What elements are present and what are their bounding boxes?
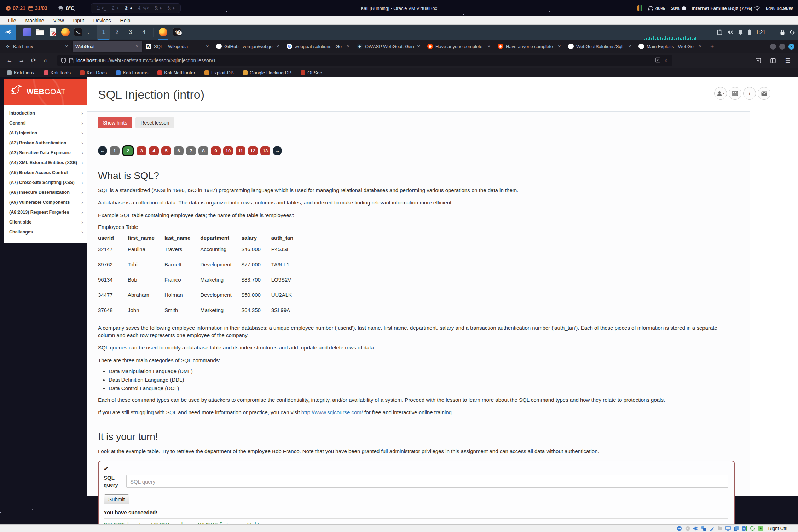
hamburger-menu-icon[interactable]: ☰ bbox=[782, 55, 794, 66]
resize-grip[interactable]: ⋰ bbox=[791, 526, 795, 530]
sidebar-item[interactable]: Client side› bbox=[4, 217, 87, 227]
browser-tab[interactable]: WSQL – Wikipedia✕ bbox=[143, 41, 213, 52]
browser-tab[interactable]: WebGoatSolutions/Sql✕ bbox=[565, 41, 635, 52]
tab-close-icon[interactable]: ✕ bbox=[276, 44, 280, 50]
tab-close-icon[interactable]: ✕ bbox=[628, 44, 632, 50]
browser-tab[interactable]: Gwebgoat solutions - Go✕ bbox=[284, 41, 353, 52]
menu-view[interactable]: View bbox=[48, 18, 68, 23]
clipboard-icon[interactable] bbox=[717, 29, 722, 35]
menu-help[interactable]: Help bbox=[116, 18, 135, 23]
browser-tab[interactable]: ◉Have anyone complete✕ bbox=[495, 41, 565, 52]
tray-wifi[interactable]: Internet Familie Bolz (77%) bbox=[692, 6, 760, 11]
host-workspace[interactable]: 3: ● bbox=[125, 6, 132, 11]
firefox-launcher-icon[interactable] bbox=[61, 28, 70, 36]
about-button[interactable]: i bbox=[743, 87, 756, 100]
page-7[interactable]: 7 bbox=[186, 146, 196, 155]
battery-icon[interactable] bbox=[748, 29, 751, 35]
bookmark-item[interactable]: Kali NetHunter bbox=[157, 70, 195, 75]
bookmark-item[interactable]: Kali Docs bbox=[80, 70, 107, 75]
sidebar-item[interactable]: Challenges› bbox=[4, 227, 87, 237]
host-workspace-switcher[interactable]: 1: >_2: ◗3: ●4: </>5: ●6: ● bbox=[91, 3, 181, 13]
workspace-4[interactable]: 4 bbox=[137, 25, 151, 40]
host-workspace[interactable]: 5: ● bbox=[155, 6, 162, 11]
host-workspace[interactable]: 2: ◗ bbox=[112, 6, 119, 11]
close-button[interactable]: ✕ bbox=[788, 44, 794, 50]
user-menu-button[interactable]: ▾ bbox=[714, 87, 727, 100]
page-8[interactable]: 8 bbox=[198, 146, 208, 155]
workspace-2[interactable]: 2 bbox=[110, 25, 124, 40]
tab-close-icon[interactable]: ✕ bbox=[135, 44, 139, 50]
page-9[interactable]: 9 bbox=[211, 146, 221, 155]
scoreboard-button[interactable] bbox=[729, 87, 741, 100]
sidebar-item[interactable]: General› bbox=[4, 118, 87, 128]
page-2[interactable]: 2 bbox=[123, 146, 133, 155]
tab-close-icon[interactable]: ✕ bbox=[698, 44, 702, 50]
browser-tab[interactable]: ⟡Kali Linux✕ bbox=[2, 41, 72, 52]
sidebar-item[interactable]: Introduction› bbox=[4, 108, 87, 118]
tab-close-icon[interactable]: ✕ bbox=[487, 44, 491, 50]
sidebar-item[interactable]: (A2) Broken Authentication› bbox=[4, 138, 87, 148]
reset-lesson-button[interactable]: Reset lesson bbox=[135, 117, 174, 128]
tracking-protection-shield-icon[interactable] bbox=[61, 58, 66, 63]
reader-mode-icon[interactable] bbox=[655, 57, 660, 63]
menu-input[interactable]: Input bbox=[69, 18, 89, 23]
text-editor-app-icon[interactable] bbox=[48, 28, 57, 36]
page-11[interactable]: 11 bbox=[236, 146, 245, 155]
running-terminal[interactable]: $_ 2 bbox=[170, 25, 184, 40]
url-bar[interactable]: localhost:8080/WebGoat/start.mvc#lesson/… bbox=[57, 55, 672, 66]
browser-tab[interactable]: Main Exploits - WebGo✕ bbox=[636, 41, 705, 52]
bookmark-item[interactable]: Google Hacking DB bbox=[243, 70, 292, 75]
browser-tab[interactable]: ◉Have anyone complete✕ bbox=[424, 41, 494, 52]
menu-machine[interactable]: Machine bbox=[21, 18, 49, 23]
browser-tab[interactable]: ◈OWASP WebGoat: Gen✕ bbox=[354, 41, 424, 52]
terminal-launcher-icon[interactable]: $_ bbox=[74, 28, 82, 36]
bookmark-item[interactable]: Kali Forums bbox=[116, 70, 148, 75]
sql-query-input[interactable] bbox=[126, 475, 728, 488]
back-button[interactable]: ← bbox=[4, 55, 16, 66]
minimize-button[interactable] bbox=[770, 44, 776, 50]
show-hints-button[interactable]: Show hints bbox=[98, 117, 132, 128]
sidebar-item[interactable]: (A8) Insecure Deserialization› bbox=[4, 187, 87, 197]
tab-close-icon[interactable]: ✕ bbox=[416, 44, 421, 50]
prev-page-arrow[interactable]: ← bbox=[98, 146, 107, 155]
tray-app-icon[interactable] bbox=[637, 5, 642, 11]
bookmark-item[interactable]: Exploit-DB bbox=[204, 70, 234, 75]
kali-menu-button[interactable] bbox=[0, 25, 16, 40]
page-4[interactable]: 4 bbox=[149, 146, 159, 155]
page-1[interactable]: 1 bbox=[110, 146, 120, 155]
home-button[interactable]: ⌂ bbox=[40, 55, 52, 66]
files-app-icon[interactable] bbox=[23, 28, 31, 36]
host-workspace[interactable]: 6: ● bbox=[168, 6, 175, 11]
next-page-arrow[interactable]: → bbox=[273, 146, 282, 155]
running-firefox[interactable] bbox=[156, 25, 170, 40]
launcher-expand-chevron-icon[interactable]: ⌄ bbox=[87, 30, 92, 35]
sidebar-item[interactable]: (A3) Sensitive Data Exposure› bbox=[4, 148, 87, 158]
lock-icon[interactable] bbox=[780, 29, 785, 35]
power-icon[interactable] bbox=[790, 29, 795, 35]
tray-brightness[interactable]: 50% bbox=[671, 6, 686, 11]
reload-button[interactable]: ⟳ bbox=[28, 55, 40, 66]
bookmark-item[interactable]: OffSec bbox=[301, 70, 322, 75]
tab-close-icon[interactable]: ✕ bbox=[205, 44, 210, 50]
browser-tab[interactable]: WebGoat✕ bbox=[73, 41, 142, 52]
bookmark-star-icon[interactable]: ☆ bbox=[664, 57, 669, 64]
webgoat-logo[interactable]: WEBGOAT bbox=[4, 79, 87, 105]
sqlcourse-link[interactable]: http://www.sqlcourse.com/ bbox=[301, 409, 363, 415]
maximize-button[interactable] bbox=[779, 44, 785, 50]
sidebar-item[interactable]: (A4) XML External Entities (XXE)› bbox=[4, 158, 87, 168]
bookmark-item[interactable]: Kali Linux bbox=[7, 70, 35, 75]
sidebar-item[interactable]: (A5) Broken Access Control› bbox=[4, 168, 87, 178]
sidebar-item[interactable]: (A7) Cross-Site Scripting (XSS)› bbox=[4, 178, 87, 187]
page-10[interactable]: 10 bbox=[223, 146, 233, 155]
sidebar-item[interactable]: (A1) Injection› bbox=[4, 128, 87, 138]
new-tab-button[interactable]: + bbox=[706, 43, 718, 50]
taskbar-clock[interactable]: 1:21 bbox=[756, 29, 765, 35]
url-text[interactable]: localhost:8080/WebGoat/start.mvc#lesson/… bbox=[76, 58, 652, 63]
tray-audio[interactable]: 40% bbox=[648, 6, 665, 11]
folder-app-icon[interactable] bbox=[36, 28, 44, 36]
tab-close-icon[interactable]: ✕ bbox=[346, 44, 351, 50]
browser-tab[interactable]: GitHub - vernjan/webgo✕ bbox=[213, 41, 283, 52]
page-5[interactable]: 5 bbox=[161, 146, 171, 155]
page-6[interactable]: 6 bbox=[174, 146, 184, 155]
sidebar-item[interactable]: (A9) Vulnerable Components› bbox=[4, 197, 87, 207]
